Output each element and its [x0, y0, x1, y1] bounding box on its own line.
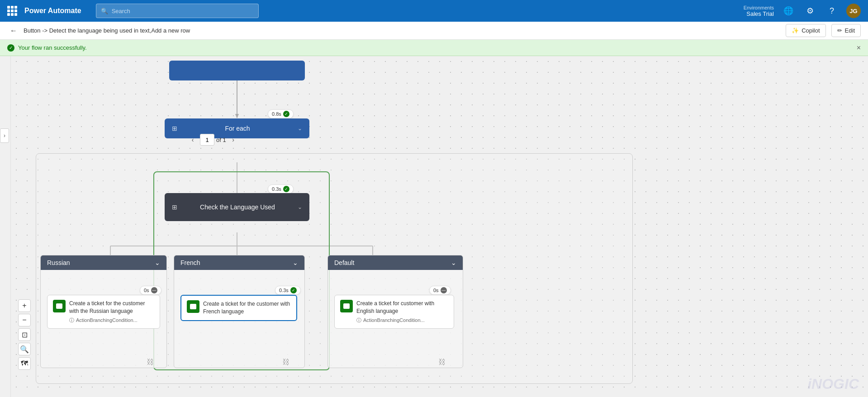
french-ticket-time: 0.3s [279, 288, 289, 293]
for-each-expand-icon[interactable]: ⌄ [298, 125, 302, 132]
french-branch-label: French [180, 259, 200, 266]
top-trigger-node[interactable] [169, 61, 305, 80]
default-branch-collapse-icon[interactable]: ⌄ [451, 259, 456, 266]
check-language-success-icon: ✓ [283, 186, 289, 192]
svg-rect-13 [56, 303, 62, 309]
back-button[interactable]: ← [7, 24, 20, 37]
search-placeholder: Search [112, 8, 130, 14]
french-ticket-label: Create a ticket for the customer with Fr… [203, 300, 291, 316]
search-icon: 🔍 [101, 8, 108, 14]
russian-ticket-condition: ⓘ ActionBranchingCondition... [69, 317, 154, 324]
svg-rect-16 [190, 304, 196, 309]
french-branch-header[interactable]: French ⌄ [174, 255, 304, 270]
banner-close-button[interactable]: × [857, 44, 861, 52]
check-language-status-badge: 0.3s ✓ [268, 184, 294, 194]
check-language-time: 0.3s [272, 186, 281, 192]
globe-icon[interactable]: 🌐 [781, 4, 796, 18]
russian-branch-label: Russian [47, 259, 70, 266]
left-sidebar-toggle: › [0, 56, 11, 397]
zoom-in-button[interactable]: + [18, 299, 31, 312]
search-bar[interactable]: 🔍 Search [96, 4, 259, 18]
check-language-node[interactable]: ⊞ Check the Language Used ⌄ [165, 193, 309, 221]
for-each-label: For each [181, 124, 294, 132]
russian-ticket-icon [53, 300, 66, 312]
svg-rect-19 [343, 303, 350, 309]
edit-label: Edit [845, 27, 855, 34]
app-launcher-icon[interactable] [7, 6, 17, 16]
environment-info: Environments Sales Trial [744, 5, 774, 17]
breadcrumb-bar: ← Button -> Detect the language being us… [0, 22, 868, 40]
russian-ticket-status-badge: 0s — [140, 286, 161, 295]
russian-branch-collapse-icon[interactable]: ⌄ [155, 259, 160, 266]
info-icon: ⓘ [69, 317, 74, 324]
breadcrumb-text: Button -> Detect the language being used… [24, 27, 782, 34]
russian-link-icon: ⛓ [147, 358, 154, 366]
settings-icon[interactable]: ⚙ [803, 4, 817, 18]
flow-canvas[interactable]: 0.8s ✓ ⊞ For each ⌄ ‹ of 1 › 0.3s ✓ ⊞ Ch… [11, 56, 868, 397]
map-view-button[interactable]: 🗺 [18, 357, 31, 370]
default-link-icon: ⛓ [438, 358, 446, 366]
success-message: Your flow ran successfully. [18, 44, 87, 51]
canvas-area: › [0, 56, 868, 397]
copilot-button[interactable]: ✨ Copilot [786, 24, 825, 37]
default-branch-header[interactable]: Default ⌄ [328, 255, 463, 270]
svg-marker-1 [235, 114, 239, 118]
top-navigation: Power Automate 🔍 Search Environments Sal… [0, 0, 868, 22]
french-ticket-success-icon: ✓ [290, 287, 297, 293]
default-ticket-status-icon: — [441, 287, 447, 293]
russian-ticket-time: 0s [144, 288, 149, 293]
check-language-label: Check the Language Used [181, 203, 294, 211]
for-each-success-icon: ✓ [283, 111, 289, 117]
default-ticket-card[interactable]: Create a ticket for customer with Englis… [334, 295, 454, 329]
page-next-button[interactable]: › [228, 134, 239, 145]
russian-branch-header[interactable]: Russian ⌄ [41, 255, 166, 270]
user-avatar[interactable]: JG [846, 4, 861, 18]
zoom-controls: + − ⊡ 🔍 🗺 [18, 299, 31, 370]
default-branch-label: Default [334, 259, 354, 266]
french-ticket-icon [187, 300, 199, 313]
breadcrumb-actions: ✨ Copilot ✏ Edit [786, 24, 861, 37]
russian-ticket-status-icon: — [151, 287, 157, 293]
app-title: Power Automate [24, 7, 81, 15]
default-ticket-status-badge: 0s — [429, 286, 451, 295]
fit-view-button[interactable]: ⊡ [18, 328, 31, 341]
copilot-label: Copilot [802, 27, 820, 34]
nav-right: Environments Sales Trial 🌐 ⚙ ? JG [744, 4, 861, 18]
edit-button[interactable]: ✏ Edit [831, 24, 861, 37]
default-ticket-time: 0s [433, 288, 439, 293]
for-each-icon: ⊞ [172, 125, 177, 132]
for-each-status-badge: 0.8s ✓ [268, 109, 294, 118]
check-language-expand-icon[interactable]: ⌄ [298, 204, 302, 210]
french-branch-collapse-icon[interactable]: ⌄ [293, 259, 298, 266]
info-icon-2: ⓘ [356, 317, 361, 324]
russian-ticket-card[interactable]: Create a ticket for the customer with th… [47, 295, 160, 329]
success-banner: ✓ Your flow ran successfully. × [0, 40, 868, 56]
copilot-icon: ✨ [792, 27, 799, 34]
french-ticket-content: Create a ticket for the customer with Fr… [203, 300, 291, 316]
watermark: iNOGIC [807, 376, 859, 392]
success-check-icon: ✓ [7, 44, 14, 52]
russian-ticket-content: Create a ticket for the customer with th… [69, 300, 154, 324]
default-ticket-content: Create a ticket for customer with Englis… [356, 300, 448, 324]
default-ticket-icon [340, 300, 353, 312]
search-canvas-button[interactable]: 🔍 [18, 343, 31, 355]
french-ticket-status-badge: 0.3s ✓ [275, 286, 301, 295]
check-language-icon: ⊞ [172, 203, 177, 211]
for-each-pagination: ‹ of 1 › [187, 134, 239, 146]
zoom-out-button[interactable]: − [18, 314, 31, 326]
sidebar-collapse-button[interactable]: › [0, 128, 9, 143]
page-total: of 1 [216, 137, 226, 143]
russian-ticket-label: Create a ticket for the customer with th… [69, 300, 154, 315]
default-ticket-condition: ⓘ ActionBranchingCondition... [356, 317, 448, 324]
page-prev-button[interactable]: ‹ [187, 134, 198, 145]
french-link-icon: ⛓ [282, 358, 289, 366]
default-ticket-label: Create a ticket for customer with Englis… [356, 300, 448, 315]
help-icon[interactable]: ? [825, 4, 839, 18]
environment-name: Sales Trial [744, 10, 774, 17]
french-ticket-card[interactable]: Create a ticket for the customer with Fr… [180, 295, 297, 321]
for-each-time: 0.8s [272, 111, 281, 117]
page-input[interactable] [200, 134, 214, 146]
environment-label: Environments [744, 5, 774, 10]
edit-icon: ✏ [837, 27, 842, 34]
